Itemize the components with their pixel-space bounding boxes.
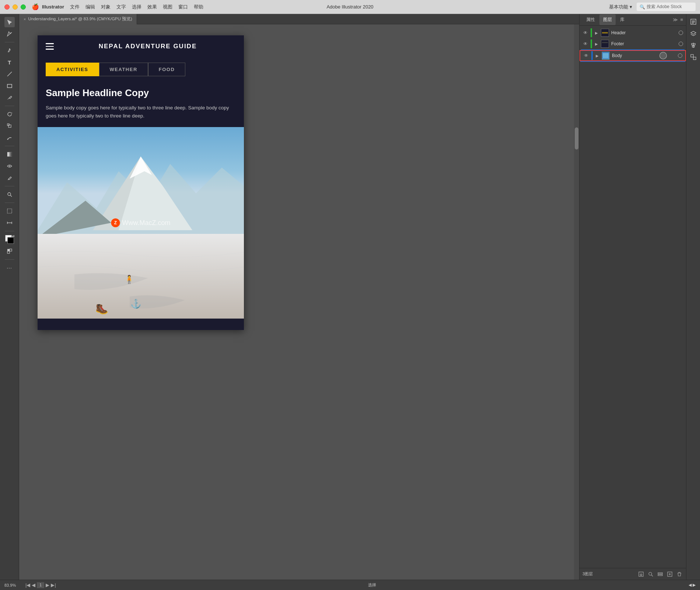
menu-select[interactable]: 选择 [132, 4, 141, 10]
scale-tool[interactable] [4, 121, 15, 131]
svg-rect-15 [10, 249, 12, 251]
swap-colors-icon[interactable]: ⇄ [12, 234, 15, 238]
eyedropper-tool[interactable] [4, 173, 15, 183]
select-tool[interactable] [4, 17, 15, 27]
menu-text[interactable]: 文字 [116, 4, 126, 10]
close-button[interactable] [4, 4, 10, 10]
current-page[interactable]: 1 [37, 582, 44, 588]
menu-edit[interactable]: 编辑 [85, 4, 95, 10]
zoom-level: 83.9% [4, 583, 21, 587]
rotate-tool[interactable] [4, 109, 15, 119]
prev-page-button[interactable]: ◀ [32, 582, 35, 588]
panel-expand-icon[interactable]: ≫ [673, 17, 678, 22]
status-bar: 83.9% |◀ ◀ 1 ▶ ▶| 选择 ◀ ▶ [0, 580, 700, 590]
pen-tool[interactable] [4, 45, 15, 56]
layer-item-body[interactable]: 👁 ▶ Body [580, 50, 686, 61]
menu-illustrator[interactable]: Illustrator [42, 4, 64, 10]
svg-rect-25 [602, 32, 608, 34]
background-color[interactable] [7, 237, 14, 244]
layer-expand-header[interactable]: ▶ [594, 31, 599, 35]
add-layer-button[interactable] [666, 570, 673, 578]
more-tools[interactable]: ··· [4, 263, 15, 273]
line-tool[interactable] [4, 69, 15, 79]
workspace-label: 基本功能 [609, 4, 628, 10]
nav-item-activities[interactable]: ACTIVITIES [46, 63, 99, 76]
last-page-button[interactable]: ▶| [51, 582, 56, 588]
right-panel: 属性 图层 库 ≫ ≡ 👁 ▶ Header 👁 [579, 14, 686, 580]
svg-rect-14 [7, 249, 10, 251]
design-hero: Sample Headline Copy Sample body copy go… [38, 76, 244, 127]
layer-visibility-header[interactable]: 👁 [582, 30, 588, 36]
color-selector[interactable]: ⇄ [4, 234, 15, 245]
mesh-tool[interactable] [4, 161, 15, 171]
zoom-tool[interactable] [4, 189, 15, 200]
layer-count-label: 3图层 [582, 571, 593, 577]
gradient-tool[interactable] [4, 149, 15, 159]
warp-tool[interactable] [4, 133, 15, 143]
properties-panel-icon[interactable] [689, 17, 698, 27]
layer-name-footer: Footer [611, 41, 676, 46]
workspace-selector[interactable]: 基本功能 ▾ [609, 4, 632, 10]
tab-close-button[interactable]: × [24, 17, 26, 21]
scrollbar-thumb[interactable] [575, 127, 578, 150]
document-canvas[interactable]: NEPAL ADVENTURE GUIDE ACTIVITIES WEATHER… [19, 24, 579, 580]
mountain-image: Z Www.MacZ.com 🧍 🥾 ⚓ [38, 127, 244, 319]
status-center: 选择 [60, 582, 684, 588]
design-body-text: Sample body copy goes here for typically… [46, 104, 236, 120]
fullscreen-button[interactable] [21, 4, 26, 10]
first-page-button[interactable]: |◀ [25, 582, 30, 588]
delete-layer-button[interactable] [676, 570, 683, 578]
rect-tool[interactable] [4, 81, 15, 91]
layer-visibility-footer[interactable]: 👁 [582, 41, 588, 47]
canvas-scrollbar[interactable] [574, 24, 579, 580]
export-layers-button[interactable] [637, 570, 645, 578]
measure-tool[interactable] [4, 218, 15, 228]
artboard-tool[interactable] [4, 206, 15, 216]
layer-visibility-body[interactable]: 👁 [583, 53, 589, 59]
nav-item-food[interactable]: FOOD [148, 63, 186, 76]
title-bar-right: 基本功能 ▾ 🔍 搜索 Adobe Stock [609, 3, 696, 11]
layer-collect-button[interactable] [657, 570, 664, 578]
artboard: NEPAL ADVENTURE GUIDE ACTIVITIES WEATHER… [38, 35, 244, 330]
traffic-lights[interactable] [4, 4, 26, 10]
menu-help[interactable]: 帮助 [194, 4, 203, 10]
menu-view[interactable]: 视图 [163, 4, 172, 10]
panel-tabs: 属性 图层 库 ≫ ≡ [580, 14, 686, 26]
paintbrush-tool[interactable] [4, 92, 15, 103]
menu-file[interactable]: 文件 [70, 4, 80, 10]
document-tab[interactable]: × Understanding_Layers.ai* @ 83.9% (CMYK… [19, 14, 137, 24]
svg-line-9 [10, 195, 12, 197]
menu-object[interactable]: 对象 [101, 4, 111, 10]
layers-panel-icon[interactable] [689, 29, 698, 38]
search-layer-button[interactable] [647, 570, 654, 578]
stock-search-box[interactable]: 🔍 搜索 Adobe Stock [637, 3, 696, 11]
direct-select-tool[interactable] [4, 29, 15, 39]
panel-menu-icon[interactable]: ≡ [680, 17, 683, 22]
layer-item-header[interactable]: 👁 ▶ Header [580, 27, 686, 38]
screen-mode[interactable] [4, 246, 15, 256]
nav-item-weather[interactable]: WEATHER [99, 63, 148, 76]
svg-rect-27 [602, 42, 608, 43]
canvas-area: × Understanding_Layers.ai* @ 83.9% (CMYK… [19, 14, 579, 580]
toolbar-divider-4 [5, 186, 14, 186]
menu-window[interactable]: 窗口 [178, 4, 188, 10]
transform-panel-icon[interactable] [689, 52, 698, 62]
layer-expand-body[interactable]: ▶ [595, 53, 599, 58]
app-icon-area: 🍎 [32, 3, 39, 10]
svg-line-32 [651, 575, 653, 576]
tab-layers[interactable]: 图层 [599, 14, 616, 25]
tab-library[interactable]: 库 [616, 14, 628, 25]
svg-rect-46 [693, 57, 696, 60]
minimize-button[interactable] [13, 4, 18, 10]
next-page-button[interactable]: ▶ [46, 582, 49, 588]
svg-point-31 [649, 572, 652, 575]
artboard-status-label[interactable]: 选择 [368, 583, 376, 587]
menu-effects[interactable]: 效果 [147, 4, 157, 10]
layer-expand-footer[interactable]: ▶ [594, 42, 599, 46]
type-tool[interactable]: T [4, 57, 15, 67]
align-panel-icon[interactable] [689, 41, 698, 50]
hamburger-menu[interactable] [46, 43, 54, 50]
design-headline: Sample Headline Copy [46, 87, 236, 99]
tab-properties[interactable]: 属性 [582, 14, 599, 25]
layer-item-footer[interactable]: 👁 ▶ Footer [580, 38, 686, 49]
